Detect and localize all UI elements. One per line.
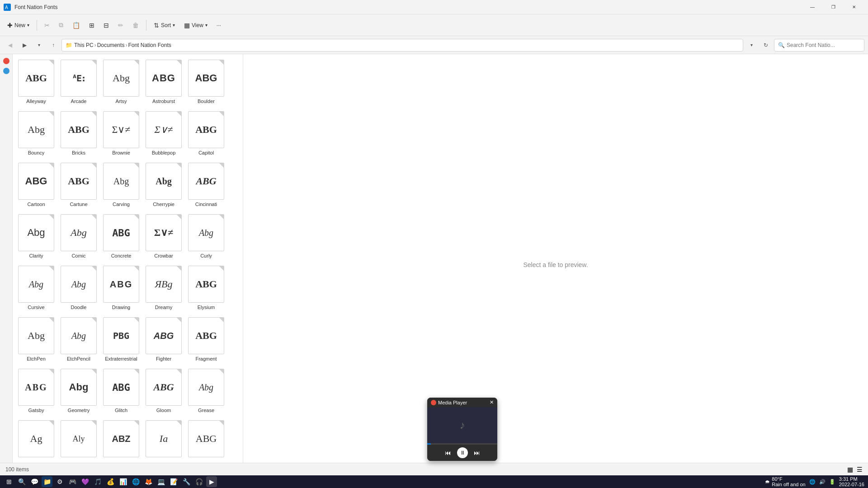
back-button[interactable]: ◀ (4, 39, 16, 52)
taskbar-headphones[interactable]: 🎧 (193, 476, 204, 487)
copy-button[interactable]: ⧉ (55, 17, 67, 33)
font-item-gloom[interactable]: ABG Gloom (144, 367, 184, 417)
font-item-bouncy[interactable]: Abg Bouncy (16, 109, 56, 159)
pin-blue[interactable] (3, 68, 9, 74)
font-item-carving[interactable]: Abg Carving (101, 161, 141, 211)
search-input[interactable] (787, 42, 850, 48)
font-item-alleyway[interactable]: ABG Alleyway (16, 58, 56, 108)
font-preview-box: ABG (146, 60, 182, 97)
font-item-fighter[interactable]: ABG Fighter (144, 315, 184, 365)
font-item-cincinnati[interactable]: ABG Cincinnati (186, 161, 226, 211)
grid-view-button[interactable]: ▦ (847, 466, 853, 473)
font-item-artsy[interactable]: Abg Artsy (101, 58, 141, 108)
search-box[interactable]: 🔍 (774, 39, 864, 52)
refresh-button[interactable]: ↻ (760, 39, 772, 52)
font-item-bubblepop[interactable]: Σ∨≠ Bubblepop (144, 109, 184, 159)
font-item-clarity[interactable]: Abg Clarity (16, 212, 56, 262)
font-item-boulder[interactable]: ABG Boulder (186, 58, 226, 108)
font-item-grease[interactable]: Abg Grease (186, 367, 226, 417)
network-icon[interactable]: 🌐 (809, 479, 816, 485)
taskbar-settings[interactable]: ⚙ (54, 476, 65, 487)
taskbar-chart[interactable]: 📊 (118, 476, 128, 487)
taskbar-app1[interactable]: 💜 (80, 476, 90, 487)
taskbar-edge[interactable]: 🌐 (130, 476, 141, 487)
font-item-comic[interactable]: Abg Comic (59, 212, 99, 262)
delete-button[interactable]: 🗑 (129, 17, 142, 33)
font-item-concrete[interactable]: ABG Concrete (101, 212, 141, 262)
font-item-glitch[interactable]: ABG Glitch (101, 367, 141, 417)
font-item-crowbar[interactable]: Σ∨≠ Crowbar (144, 212, 184, 262)
close-button[interactable]: ✕ (844, 0, 864, 14)
taskbar-money[interactable]: 💰 (105, 476, 116, 487)
font-item-bricks[interactable]: ABG Bricks (59, 109, 99, 159)
font-item-elysium[interactable]: ABG Elysium (186, 264, 226, 314)
moveto-button[interactable]: ⊞ (85, 17, 98, 33)
taskbar-word[interactable]: 📝 (168, 476, 179, 487)
new-dropdown-icon: ▾ (27, 23, 29, 28)
rename-button[interactable]: ✏ (114, 17, 127, 33)
font-item-etchpencil[interactable]: Abg EtchPencil (59, 315, 99, 365)
font-item----[interactable]: Aly ... (59, 418, 99, 468)
font-item-arcade[interactable]: ᴬE: Arcade (59, 58, 99, 108)
minimize-button[interactable]: — (802, 0, 823, 14)
forward-button[interactable]: ▶ (18, 39, 31, 52)
font-item-cherrypie[interactable]: Abg Cherrypie (144, 161, 184, 211)
font-item-brownie[interactable]: Σ∨≠ Brownie (101, 109, 141, 159)
taskbar-tools[interactable]: 🔧 (181, 476, 192, 487)
address-input[interactable]: 📁 This PC › Documents › Font Nation Font… (61, 39, 743, 52)
new-button[interactable]: ✚ New ▾ (4, 17, 33, 33)
taskbar-files[interactable]: 📁 (42, 476, 52, 487)
font-item-extraterrestrial[interactable]: ΡВG Extraterrestrial (101, 315, 141, 365)
taskbar-terminal[interactable]: 💻 (156, 476, 166, 487)
font-item-capitol[interactable]: ABG Capitol (186, 109, 226, 159)
font-item-gatsby[interactable]: ABG Gatsby (16, 367, 56, 417)
font-item-dreamy[interactable]: ЯBg Dreamy (144, 264, 184, 314)
font-preview-text: Abg (28, 330, 45, 342)
system-clock[interactable]: 3:31 PM 2022-07-16 (839, 476, 864, 487)
copyto-button[interactable]: ⊟ (100, 17, 113, 33)
font-item----[interactable]: ABG ... (186, 418, 226, 468)
paste-button[interactable]: 📋 (69, 17, 84, 33)
pin-red[interactable] (3, 58, 9, 64)
font-item-fragment[interactable]: ABG Fragment (186, 315, 226, 365)
taskbar-game[interactable]: 🎮 (67, 476, 78, 487)
taskbar-media[interactable]: ▶ (206, 476, 217, 487)
media-next-button[interactable]: ⏭ (472, 447, 482, 458)
cut-button[interactable]: ✂ (41, 17, 53, 33)
path-dropdown-button[interactable]: ▾ (745, 39, 758, 52)
font-item-curly[interactable]: Abg Curly (186, 212, 226, 262)
font-preview-text: Abg (156, 176, 172, 187)
font-item-etchpen[interactable]: Abg EtchPen (16, 315, 56, 365)
font-preview-text: Abg (199, 382, 213, 393)
font-item----[interactable]: Ia ... (144, 418, 184, 468)
taskbar-firefox[interactable]: 🦊 (143, 476, 154, 487)
restore-button[interactable]: ❐ (823, 0, 844, 14)
sort-button[interactable]: ⇅ Sort ▾ (150, 17, 179, 33)
media-player-close[interactable]: ✕ (490, 399, 494, 405)
font-preview-box: ABG (61, 163, 97, 200)
media-pause-button[interactable]: ⏸ (457, 447, 468, 458)
up-button[interactable]: ↑ (47, 39, 60, 52)
font-item-cursive[interactable]: Abg Cursive (16, 264, 56, 314)
font-item----[interactable]: ABZ ... (101, 418, 141, 468)
font-item-doodle[interactable]: Abg Doodle (59, 264, 99, 314)
font-item-cartune[interactable]: ABG Cartune (59, 161, 99, 211)
font-item-cartoon[interactable]: ABG Cartoon (16, 161, 56, 211)
media-prev-button[interactable]: ⏮ (443, 447, 453, 458)
font-item-astroburst[interactable]: ABG Astroburst (144, 58, 184, 108)
view-button[interactable]: ▦ View ▾ (180, 17, 211, 33)
taskbar-search[interactable]: 🔍 (16, 476, 27, 487)
volume-icon[interactable]: 🔊 (819, 479, 826, 485)
list-view-button[interactable]: ☰ (857, 466, 863, 473)
more-button[interactable]: ··· (213, 17, 225, 33)
font-item----[interactable]: Ag ... (16, 418, 56, 468)
taskbar-chat[interactable]: 💬 (29, 476, 40, 487)
font-item-geometry[interactable]: Abg Geometry (59, 367, 99, 417)
recent-button[interactable]: ▾ (33, 39, 45, 52)
font-item-drawing[interactable]: ABG Drawing (101, 264, 141, 314)
font-preview-box: ABG (188, 163, 224, 200)
media-player-progress[interactable] (427, 443, 497, 445)
taskbar-start[interactable]: ⊞ (4, 476, 14, 487)
taskbar-music[interactable]: 🎵 (92, 476, 103, 487)
toolbar: ✚ New ▾ ✂ ⧉ 📋 ⊞ ⊟ ✏ 🗑 ⇅ Sort ▾ ▦ View ▾ … (0, 14, 868, 36)
